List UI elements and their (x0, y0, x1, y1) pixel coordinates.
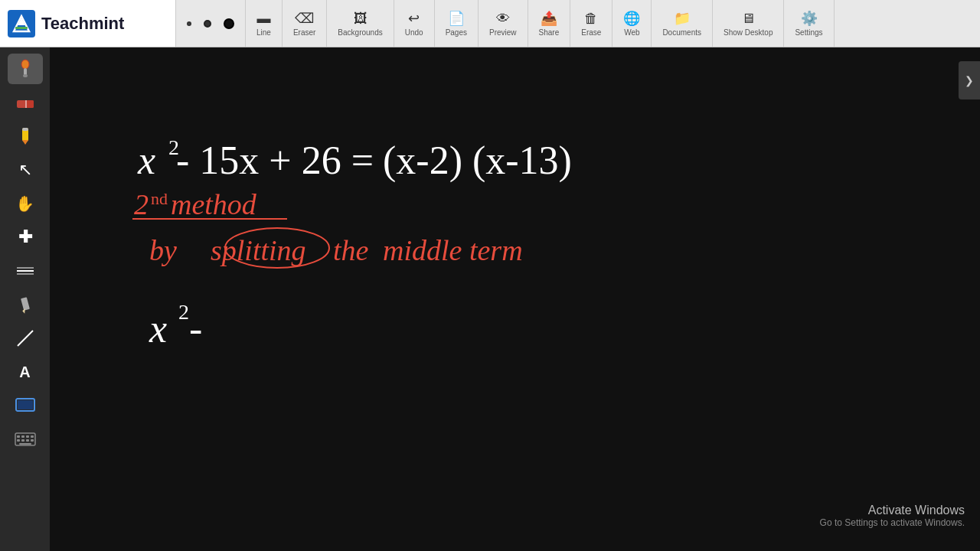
svg-text:(x-2) (x-13): (x-2) (x-13) (383, 139, 572, 183)
sidebar-tool-keyboard[interactable] (8, 424, 43, 455)
line-tool-btn[interactable]: ▬ Line (252, 8, 276, 40)
ruler-icon (15, 265, 35, 277)
right-panel-toggle[interactable]: ❯ (959, 61, 980, 99)
eraser-icon (15, 94, 35, 111)
sidebar-tool-ruler[interactable] (8, 256, 43, 286)
logo-area: Teachmint (0, 0, 176, 47)
undo-btn[interactable]: ↩ Undo (400, 7, 428, 40)
show-desktop-btn[interactable]: 🖥 Show Desktop (719, 8, 777, 40)
main-canvas[interactable]: x 2 - 15x + 26 = (x-2) (x-13) 2 nd metho… (50, 47, 980, 551)
sidebar-tool-eraser[interactable] (8, 87, 43, 118)
toolbar-preview-section: 👁 Preview (479, 0, 528, 47)
preview-btn[interactable]: 👁 Preview (485, 8, 521, 40)
eraser-tool-btn[interactable]: ⌫ Eraser (289, 7, 320, 40)
svg-rect-3 (15, 27, 28, 29)
sidebar-tool-pencil[interactable] (8, 289, 43, 320)
toolbar-share-section: 📤 Share (528, 0, 571, 47)
svg-rect-28 (26, 439, 29, 442)
toolbar-web-section: 🌐 Web (612, 0, 652, 47)
pen-size-large-btn[interactable] (219, 15, 239, 32)
svg-text:nd: nd (151, 189, 168, 208)
toolbar-show-desktop-section: 🖥 Show Desktop (713, 0, 784, 47)
svg-rect-29 (31, 439, 34, 442)
sidebar-tool-text[interactable]: A (8, 357, 43, 387)
svg-marker-11 (22, 140, 28, 145)
toolbar-settings-section: ⚙️ Settings (784, 0, 834, 47)
svg-rect-16 (21, 297, 30, 311)
svg-rect-30 (19, 443, 31, 445)
toolbar-line-section: ▬ Line (246, 0, 283, 47)
svg-rect-24 (26, 435, 29, 438)
svg-text:middle term: middle term (383, 234, 523, 266)
documents-btn[interactable]: 📁 Documents (658, 7, 706, 40)
toolbar-documents-section: 📁 Documents (652, 0, 713, 47)
svg-text:the: the (333, 234, 369, 266)
toolbar-backgrounds-section: 🖼 Backgrounds (327, 0, 394, 47)
svg-rect-12 (22, 128, 28, 131)
svg-rect-20 (18, 400, 33, 409)
math-canvas: x 2 - 15x + 26 = (x-2) (x-13) 2 nd metho… (50, 47, 980, 551)
web-btn[interactable]: 🌐 Web (619, 7, 645, 40)
svg-rect-8 (26, 100, 34, 108)
settings-btn[interactable]: ⚙️ Settings (790, 7, 827, 40)
pencil-icon (17, 295, 34, 315)
pages-btn[interactable]: 📄 Pages (441, 7, 472, 40)
toolbar-eraser-section: ⌫ Eraser (283, 0, 327, 47)
svg-rect-22 (17, 435, 20, 438)
keyboard-icon (15, 432, 36, 446)
svg-text:2: 2 (134, 188, 149, 220)
svg-text:- 15x + 26 =: - 15x + 26 = (176, 139, 374, 182)
sidebar-tool-cursor[interactable]: ↖ (8, 155, 43, 185)
highlighter-icon (17, 126, 34, 146)
teachmint-logo-icon (8, 10, 35, 37)
sidebar-tool-zoom[interactable]: ✚ (8, 222, 43, 253)
svg-rect-26 (17, 439, 20, 442)
toolbar-erase-section: 🗑 Erase (570, 0, 612, 47)
svg-point-6 (23, 74, 28, 77)
pen-size-medium-btn[interactable] (199, 17, 216, 31)
sidebar-tool-highlighter[interactable] (8, 121, 43, 152)
svg-rect-25 (31, 435, 34, 438)
sidebar-tool-screen[interactable] (8, 390, 43, 421)
share-btn[interactable]: 📤 Share (534, 7, 564, 40)
svg-rect-23 (21, 435, 24, 438)
svg-text:x: x (137, 139, 155, 182)
toolbar: Teachmint ▬ Line (0, 0, 980, 47)
brush-icon (15, 59, 35, 79)
backgrounds-btn[interactable]: 🖼 Backgrounds (333, 8, 387, 40)
toolbar-pages-section: 📄 Pages (435, 0, 479, 47)
svg-line-18 (18, 331, 33, 346)
pen-size-section (176, 0, 246, 47)
pen-size-small-btn[interactable] (182, 18, 196, 29)
svg-point-4 (21, 60, 29, 69)
sidebar-tool-line[interactable] (8, 323, 43, 354)
svg-rect-27 (21, 439, 24, 442)
svg-text:x: x (149, 307, 167, 350)
activate-windows-notice: Activate Windows Go to Settings to activ… (820, 504, 965, 528)
toolbar-undo-section: ↩ Undo (394, 0, 435, 47)
sidebar: ↖ ✋ ✚ A (0, 47, 50, 551)
svg-text:method: method (171, 188, 257, 220)
erase-btn[interactable]: 🗑 Erase (577, 8, 606, 40)
line-draw-icon (15, 328, 35, 348)
app-title: Teachmint (41, 14, 124, 34)
svg-text:by: by (149, 234, 177, 266)
svg-text:-: - (189, 307, 202, 350)
sidebar-tool-hand[interactable]: ✋ (8, 188, 43, 219)
svg-text:2: 2 (178, 300, 189, 324)
screen-icon (15, 397, 36, 414)
sidebar-tool-brush[interactable] (8, 54, 43, 84)
